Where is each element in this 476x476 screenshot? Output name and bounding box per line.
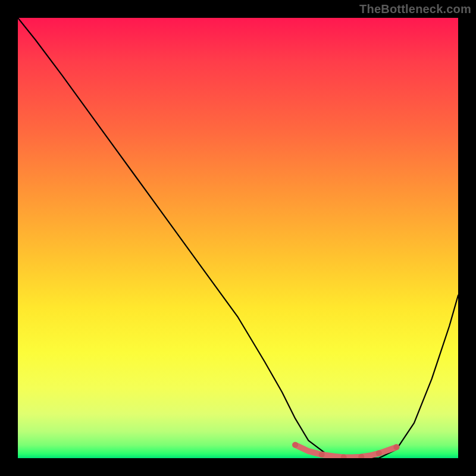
main-curve <box>18 18 458 458</box>
highlight-dot <box>319 452 325 458</box>
curve-overlay <box>18 18 458 458</box>
highlight-dot <box>376 450 382 456</box>
attribution-text: TheBottleneck.com <box>359 2 471 16</box>
highlight-dot <box>393 444 399 450</box>
chart-frame: TheBottleneck.com <box>0 0 476 476</box>
highlight-dot <box>292 442 298 448</box>
